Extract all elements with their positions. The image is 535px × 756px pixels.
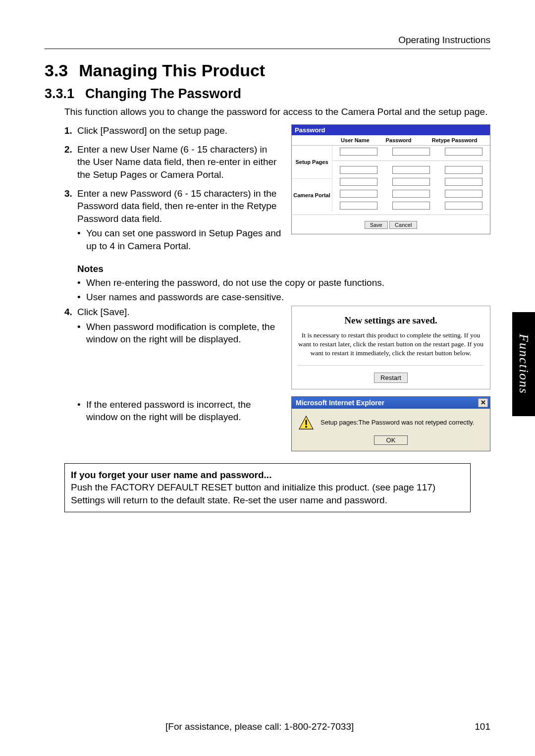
step-4-bullet-2: If the entered password is incorrect, th…	[77, 398, 282, 424]
subsection-heading: 3.3.1Changing The Password	[45, 86, 490, 102]
portal-retype-input-3[interactable]	[445, 190, 482, 198]
step-3-bullet: You can set one password in Setup Pages …	[77, 227, 282, 252]
password-panel-title: Password	[292, 125, 490, 135]
save-button[interactable]: Save	[365, 221, 388, 229]
footer: [For assistance, please call: 1-800-272-…	[45, 721, 490, 732]
saved-title: New settings are saved.	[297, 315, 485, 326]
saved-settings-panel: New settings are saved. It is necessary …	[291, 306, 490, 389]
portal-password-input-3[interactable]	[392, 190, 430, 198]
page-number: 101	[475, 721, 490, 732]
portal-password-input-1[interactable]	[392, 166, 430, 174]
notes-list: When re-entering the password, do not us…	[77, 276, 490, 304]
forget-line-2: Settings will return to the default stat…	[71, 494, 464, 507]
notes-heading: Notes	[77, 264, 490, 274]
footer-assistance: [For assistance, please call: 1-800-272-…	[45, 721, 475, 732]
saved-text: It is necessary to restart this product …	[297, 331, 485, 358]
portal-retype-input-2[interactable]	[445, 178, 482, 186]
steps-and-panel-row: 1.Click [Password] on the setup page. 2.…	[64, 124, 490, 261]
step-2: 2.Enter a new User Name (6 - 15 characte…	[64, 143, 282, 181]
portal-retype-input-1[interactable]	[445, 166, 482, 174]
portal-retype-input-4[interactable]	[445, 202, 482, 210]
portal-username-input-4[interactable]	[340, 202, 377, 210]
forget-title: If you forget your user name and passwor…	[71, 469, 464, 482]
page: Operating Instructions 3.3Managing This …	[0, 0, 535, 756]
step-2-text: Enter a new User Name (6 - 15 characters…	[77, 143, 282, 181]
portal-password-input-2[interactable]	[392, 178, 430, 186]
password-panel-col: Password User Name Password Retype Passw…	[291, 124, 490, 261]
setup-password-input[interactable]	[392, 148, 430, 156]
header-doc-title: Operating Instructions	[45, 35, 490, 49]
warning-icon	[299, 416, 314, 430]
forget-password-box: If you forget your user name and passwor…	[64, 463, 471, 512]
step-1-text: Click [Password] on the setup page.	[77, 124, 227, 137]
section-heading: 3.3Managing This Product	[45, 61, 490, 80]
steps-col: 1.Click [Password] on the setup page. 2.…	[64, 124, 282, 261]
step-4-block: 4.Click [Save]. When password modificati…	[64, 306, 490, 451]
subsection-number: 3.3.1	[45, 86, 74, 102]
step-3-text: Enter a new Password (6 - 15 characters)…	[77, 188, 276, 224]
step-1: 1.Click [Password] on the setup page.	[64, 124, 282, 137]
portal-username-input-2[interactable]	[340, 178, 377, 186]
side-tab-label: Functions	[516, 334, 531, 394]
ie-dialog-title: Microsoft Internet Explorer	[296, 399, 384, 407]
subsection-title: Changing The Password	[85, 86, 241, 101]
step-3: 3. Enter a new Password (6 - 15 characte…	[64, 187, 282, 255]
setup-username-input[interactable]	[340, 148, 377, 156]
col-user-name: User Name	[332, 135, 378, 146]
portal-password-input-4[interactable]	[392, 202, 430, 210]
step-4-bullet-1: When password modification is complete, …	[77, 321, 282, 346]
ie-dialog-message: Setup pages:The Password was not retyped…	[321, 419, 474, 426]
svg-point-2	[305, 426, 307, 428]
portal-username-input-3[interactable]	[340, 190, 377, 198]
portal-username-input-1[interactable]	[340, 166, 377, 174]
step-4-text: Click [Save].	[77, 306, 130, 319]
intro-text: This function allows you to change the p…	[64, 107, 490, 117]
step-4: 4.Click [Save].	[64, 306, 282, 319]
row-camera-portal: Camera Portal	[292, 178, 332, 212]
section-title: Managing This Product	[79, 61, 265, 80]
col-retype: Retype Password	[419, 135, 490, 146]
password-panel: Password User Name Password Retype Passw…	[291, 124, 490, 234]
ok-button[interactable]: OK	[374, 435, 408, 445]
forget-line-1: Push the FACTORY DEFAULT RESET button an…	[71, 481, 464, 494]
section-number: 3.3	[45, 61, 68, 80]
side-tab-functions: Functions	[512, 312, 535, 416]
note-2: User names and passwords are case-sensit…	[77, 291, 490, 304]
cancel-button[interactable]: Cancel	[389, 221, 417, 229]
note-1: When re-entering the password, do not us…	[77, 276, 490, 289]
close-icon[interactable]: ✕	[478, 398, 488, 407]
svg-rect-1	[306, 420, 307, 425]
row-setup-pages: Setup Pages	[292, 146, 332, 178]
restart-button[interactable]: Restart	[374, 373, 408, 383]
ie-error-dialog: Microsoft Internet Explorer ✕ Setup page…	[291, 396, 490, 451]
setup-retype-input[interactable]	[445, 148, 482, 156]
col-password: Password	[378, 135, 419, 146]
